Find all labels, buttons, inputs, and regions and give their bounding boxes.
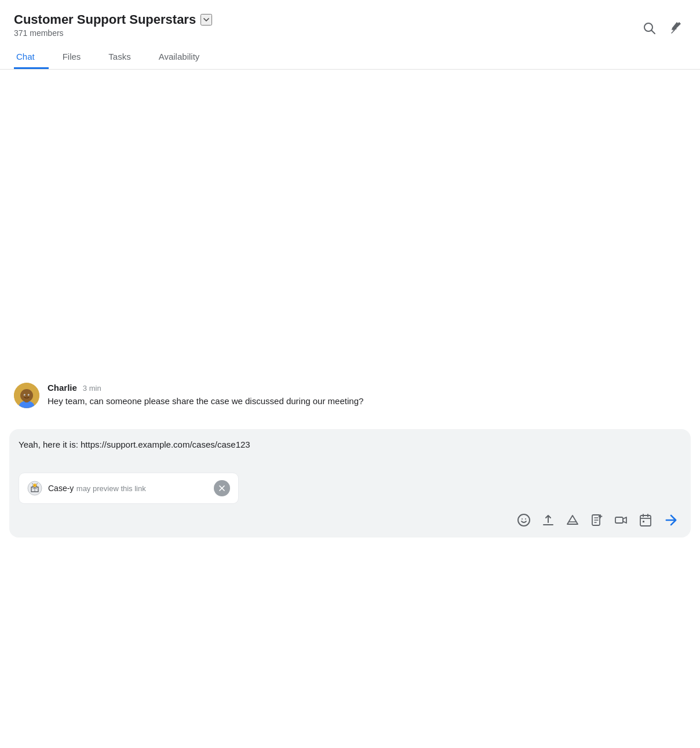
emoji-button[interactable] <box>515 511 533 529</box>
members-count: 371 members <box>14 28 212 38</box>
message-text: Hey team, can someone please share the c… <box>48 395 686 408</box>
link-preview-close-button[interactable] <box>214 480 230 496</box>
tab-bar: Chat Files Tasks Availability <box>14 46 686 69</box>
message-content: Charlie 3 min Hey team, can someone plea… <box>48 383 686 408</box>
pin-icon <box>670 21 684 35</box>
search-button[interactable] <box>640 19 658 37</box>
document-button[interactable] <box>588 511 606 529</box>
upload-icon <box>541 513 555 527</box>
video-button[interactable] <box>612 511 630 529</box>
header: Customer Support Superstars 371 members <box>0 0 700 70</box>
svg-rect-37 <box>643 521 644 522</box>
compose-area: Case-y may preview this link <box>9 429 691 538</box>
send-button[interactable] <box>661 510 681 531</box>
messages-spacer <box>14 81 686 383</box>
svg-point-11 <box>26 395 28 397</box>
svg-rect-33 <box>640 515 651 526</box>
svg-point-22 <box>518 514 530 526</box>
close-icon <box>217 484 227 493</box>
send-icon <box>663 512 679 528</box>
message-time: 3 min <box>83 384 101 393</box>
chat-area: Charlie 3 min Hey team, can someone plea… <box>0 70 700 429</box>
svg-line-1 <box>652 31 655 34</box>
drive-icon <box>566 513 579 527</box>
svg-rect-32 <box>615 517 623 523</box>
link-preview: Case-y may preview this link <box>19 473 239 504</box>
tab-tasks[interactable]: Tasks <box>106 46 144 69</box>
case-y-icon <box>27 481 42 496</box>
tab-files[interactable]: Files <box>60 46 95 69</box>
svg-point-15 <box>34 484 36 486</box>
message-meta: Charlie 3 min <box>48 383 686 393</box>
video-icon <box>614 513 628 527</box>
emoji-icon <box>517 513 531 527</box>
link-preview-title: Case-y <box>48 484 74 493</box>
drive-button[interactable] <box>563 511 582 529</box>
link-preview-subtitle: may preview this link <box>76 484 146 493</box>
tab-chat[interactable]: Chat <box>14 46 49 69</box>
compose-input[interactable] <box>19 438 681 464</box>
svg-point-23 <box>522 518 523 520</box>
tab-availability[interactable]: Availability <box>156 46 214 69</box>
calendar-icon <box>639 513 652 527</box>
svg-point-9 <box>24 394 25 395</box>
group-title: Customer Support Superstars <box>14 12 196 28</box>
svg-point-10 <box>28 394 30 395</box>
compose-toolbar <box>19 510 681 531</box>
search-icon <box>642 21 656 35</box>
message-row: Charlie 3 min Hey team, can someone plea… <box>14 383 686 408</box>
document-icon <box>590 513 604 527</box>
upload-button[interactable] <box>539 511 557 529</box>
pin-button[interactable] <box>668 19 686 37</box>
svg-point-24 <box>525 518 526 520</box>
sender-name: Charlie <box>48 383 77 393</box>
svg-point-6 <box>20 389 33 402</box>
calendar-button[interactable] <box>636 511 655 529</box>
avatar <box>14 383 39 408</box>
group-dropdown-button[interactable] <box>200 14 212 26</box>
